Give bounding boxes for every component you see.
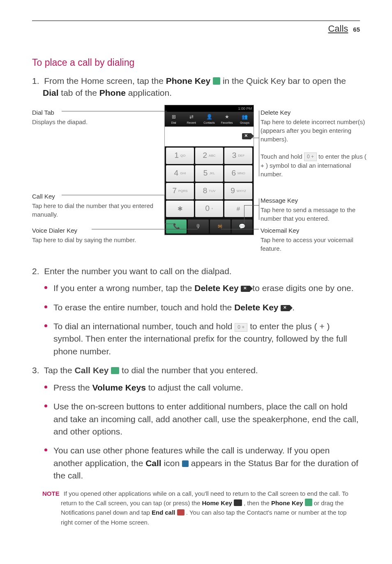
tab-groups-icon: 👥 <box>242 113 248 120</box>
delete-icon[interactable] <box>242 133 251 139</box>
key-4-sub: GHI <box>180 171 186 176</box>
phone-action-bar: 📞 🎙 ✉ 💬 <box>165 218 254 235</box>
key-0-num: 0 <box>205 203 210 214</box>
phone-screenshot: 1:00 PM ⊞Dial ⇄Recent 👤Contacts ★Favorit… <box>164 105 254 235</box>
tab-groups-label: Groups <box>240 121 249 125</box>
tab-recent-label: Recent <box>187 121 196 125</box>
key-5[interactable]: 5JKL <box>195 165 223 182</box>
header-rule <box>32 21 360 21</box>
step-1-text-b: in the Quick Key bar to open the <box>223 76 346 86</box>
tab-contacts[interactable]: 👤Contacts <box>200 112 218 127</box>
call-button[interactable]: 📞 <box>166 220 187 233</box>
key-1-num: 1 <box>174 150 179 161</box>
key-hash[interactable]: # <box>224 201 252 217</box>
zero-plus-key-icon: 0 + <box>304 153 317 161</box>
step-1-bold-phonekey: Phone Key <box>166 76 213 86</box>
step-3-b1: Call Key <box>75 365 111 375</box>
step-3-t1: Tap the <box>44 365 75 375</box>
bullet-international: To dial an international number, touch a… <box>53 320 360 358</box>
tab-favorites-label: Favorites <box>221 121 233 125</box>
key-star[interactable]: ✱ <box>166 201 194 217</box>
annotated-diagram: 1:00 PM ⊞Dial ⇄Recent 👤Contacts ★Favorit… <box>32 105 360 257</box>
bullet-onscreen: Use the on-screen buttons to enter addit… <box>53 400 360 438</box>
key-9-sub: WXYZ <box>237 189 246 193</box>
step-1-text-a: From the Home screen, tap the <box>44 76 166 86</box>
step-2-text: Enter the number you want to call on the… <box>44 266 231 276</box>
key-9[interactable]: 9WXYZ <box>224 183 252 199</box>
home-key-icon <box>234 499 242 506</box>
message-button[interactable]: 💬 <box>232 220 252 233</box>
b2-2b: Delete Key <box>234 303 281 312</box>
voice-dialer-button[interactable]: 🎙 <box>188 220 208 233</box>
note-b3: End call <box>152 509 177 516</box>
key-1[interactable]: 1QO <box>166 148 194 164</box>
leader-call-key-h <box>62 195 164 195</box>
callout-call-key-body: Tap here to dial the number that you ent… <box>32 202 153 218</box>
phone-status-bar: 1:00 PM <box>165 105 254 112</box>
phone-key-icon <box>213 77 220 85</box>
header-title: Calls <box>328 23 348 35</box>
dialpad: 1QO 2ABC 3DEF 4GHI 5JKL 6MNO 7PQRS 8TUV … <box>165 146 254 218</box>
key-8[interactable]: 8TUV <box>195 183 223 199</box>
b3-2: Use the on-screen buttons to enter addit… <box>53 402 359 436</box>
tab-dial[interactable]: ⊞Dial <box>165 112 182 127</box>
leader-delete <box>251 138 259 138</box>
callout-delete-key: Delete Key Tap here to delete incorrect … <box>261 108 367 178</box>
call-status-icon <box>182 460 189 467</box>
callout-voicemail-key: Voicemail Key Tap here to access your vo… <box>261 226 367 253</box>
leader-voicemail-v <box>221 224 221 229</box>
b2-2a: To erase the entire number, touch and ho… <box>53 303 234 312</box>
delete-key-icon <box>241 286 250 292</box>
step-2: 2. Enter the number you want to call on … <box>32 265 360 277</box>
step-1-text-c: tab of the <box>61 88 99 97</box>
delete-key-icon-2 <box>281 305 290 311</box>
leader-message-h2 <box>244 205 254 206</box>
bullet-volume: Press the Volume Keys to adjust the call… <box>53 381 360 394</box>
b2-3a: To dial an international number, touch a… <box>53 321 235 331</box>
note: NOTE If you opened other applications wh… <box>32 489 360 527</box>
b3-1c: to adjust the call volume. <box>148 383 243 392</box>
tab-groups[interactable]: 👥Groups <box>236 112 254 127</box>
leader-message-v <box>259 199 259 220</box>
callout-voice-body: Tap here to dial by saying the number. <box>32 236 136 243</box>
tab-recent[interactable]: ⇄Recent <box>182 112 200 127</box>
key-4-num: 4 <box>174 168 179 179</box>
key-hash-sym: # <box>237 204 240 213</box>
callout-voice-title: Voice Dialer Key <box>32 226 155 235</box>
key-6-num: 6 <box>231 168 236 179</box>
callout-voicemail-body: Tap here to access your voicemail featur… <box>261 236 353 252</box>
callout-delete-title: Delete Key <box>261 108 367 117</box>
section-title: To place a call by dialing <box>32 56 360 69</box>
key-0[interactable]: 0+ <box>195 201 223 217</box>
note-t2: , then the <box>244 499 271 506</box>
key-8-sub: TUV <box>209 189 215 193</box>
leader-delete-v <box>259 111 259 176</box>
callout-message-key: Message Key Tap here to send a message t… <box>261 196 367 223</box>
key-3-num: 3 <box>232 150 237 161</box>
callout-call-key: Call Key Tap here to dial the number tha… <box>32 192 155 219</box>
key-4[interactable]: 4GHI <box>166 165 194 182</box>
key-6[interactable]: 6MNO <box>224 165 252 182</box>
zero-plus-key-icon-2: 0 + <box>235 323 247 332</box>
tab-contacts-icon: 👤 <box>206 113 212 120</box>
end-call-icon <box>177 509 184 515</box>
step-1-number: 1. <box>32 76 39 86</box>
key-2-num: 2 <box>203 150 207 161</box>
b3-1a: Press the <box>53 383 92 392</box>
callout-dial-tab-body: Displays the diapad. <box>32 118 88 125</box>
key-7[interactable]: 7PQRS <box>166 183 194 199</box>
b3-3b: Call <box>145 458 161 468</box>
bullet-other-features: You can use other phone features while t… <box>53 444 360 482</box>
step-3-t2: to dial the number that you entered. <box>122 365 258 375</box>
tab-dial-label: Dial <box>171 121 176 125</box>
tab-favorites[interactable]: ★Favorites <box>218 112 236 127</box>
tab-recent-icon: ⇄ <box>189 113 194 120</box>
key-1-sub: QO <box>180 153 185 158</box>
leader-call-key-h2 <box>164 224 175 224</box>
call-key-icon <box>111 367 119 374</box>
b2-1b: Delete Key <box>194 283 241 293</box>
key-star-sym: ✱ <box>178 204 183 213</box>
voicemail-button[interactable]: ✉ <box>210 220 231 233</box>
key-3[interactable]: 3DEF <box>224 148 252 164</box>
key-2[interactable]: 2ABC <box>195 148 223 164</box>
